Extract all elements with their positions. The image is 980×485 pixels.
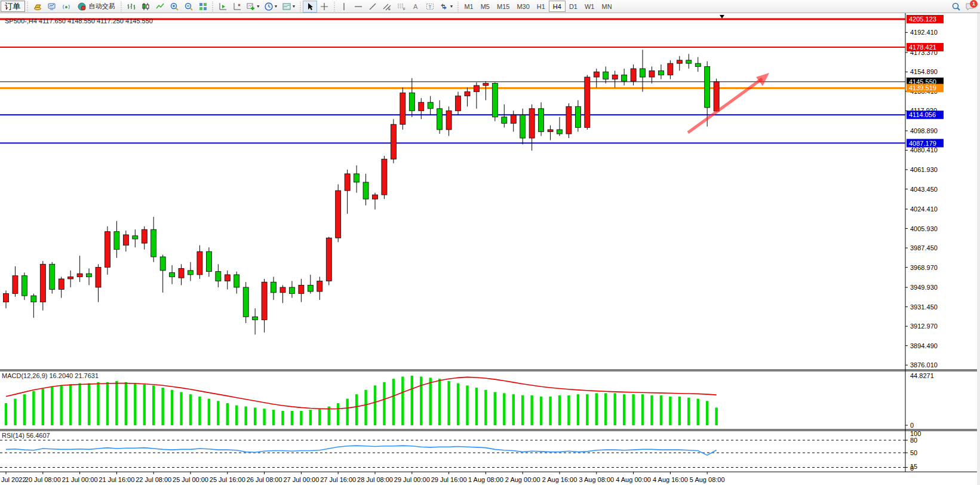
timeframe-h4[interactable]: H4 — [549, 1, 566, 12]
main-toolbar: 订单 自动交易 ▼ ▼ — [0, 0, 980, 13]
timeframe-d1[interactable]: D1 — [566, 1, 581, 12]
svg-text:0: 0 — [910, 465, 914, 472]
svg-text:3876.010: 3876.010 — [910, 361, 938, 369]
channel-icon[interactable]: E — [380, 1, 394, 13]
time-label: 29 Jul 00:00 — [394, 476, 430, 483]
timeframe-m30[interactable]: M30 — [513, 1, 533, 12]
chart-forward-icon[interactable] — [216, 1, 230, 13]
candles-chart-icon[interactable] — [139, 1, 153, 13]
svg-text:T: T — [429, 4, 432, 10]
cursor-icon[interactable] — [303, 1, 317, 13]
trendline-icon[interactable] — [365, 1, 380, 13]
fibonacci-icon[interactable]: F — [394, 1, 408, 13]
hline-icon[interactable] — [351, 1, 365, 13]
chevron-down-icon: ▼ — [449, 4, 453, 8]
crosshair-icon[interactable] — [317, 1, 331, 13]
svg-text:3968.970: 3968.970 — [910, 264, 938, 271]
text-label-icon[interactable]: T — [423, 1, 437, 13]
svg-text:4114.056: 4114.056 — [909, 111, 936, 118]
time-label: 25 Jul 16:00 — [210, 476, 245, 483]
svg-text:4178.421: 4178.421 — [909, 44, 936, 51]
svg-text:A: A — [413, 3, 418, 10]
time-label: 5 Aug 08:00 — [690, 476, 725, 483]
svg-text:4005.930: 4005.930 — [910, 225, 938, 232]
time-axis[interactable]: Jul 202220 Jul 08:0021 Jul 00:0021 Jul 1… — [1, 472, 725, 483]
time-label: Jul 2022 — [1, 476, 26, 483]
time-label: 20 Jul 08:00 — [25, 476, 61, 483]
svg-text:4080.410: 4080.410 — [910, 146, 938, 154]
svg-text:3912.970: 3912.970 — [910, 323, 938, 330]
time-label: 28 Jul 08:00 — [357, 476, 393, 483]
chart-window[interactable]: 4192.4104173.3704154.8904136.4104117.920… — [0, 13, 980, 485]
macd-panel[interactable]: MACD(12,26,9) 16.2040 21.763144.82710 — [2, 372, 934, 429]
chart-canvas[interactable]: 4192.4104173.3704154.8904136.4104117.920… — [0, 13, 980, 485]
market-watch-icon[interactable] — [45, 1, 59, 13]
timeframe-m5[interactable]: M5 — [477, 1, 493, 12]
svg-text:3931.450: 3931.450 — [910, 303, 938, 311]
timeframe-m1[interactable]: M1 — [460, 1, 477, 12]
signal-icon[interactable] — [59, 1, 73, 13]
timeframe-m15[interactable]: M15 — [493, 1, 513, 12]
timeframe-w1[interactable]: W1 — [581, 1, 598, 12]
search-icon[interactable] — [949, 1, 963, 13]
timeframe-mn[interactable]: MN — [598, 1, 615, 12]
gold-ingot-icon[interactable] — [30, 1, 45, 13]
svg-text:F: F — [403, 7, 405, 11]
macd-label: MACD(12,26,9) 16.2040 21.7631 — [2, 372, 99, 379]
new-chart-icon[interactable]: ▼ — [244, 1, 262, 13]
zoom-out-icon[interactable] — [182, 1, 196, 13]
timeframe-h1[interactable]: H1 — [533, 1, 549, 12]
time-label: 2 Aug 16:00 — [542, 476, 577, 483]
rsi-label: RSI(14) 56.4607 — [2, 432, 50, 439]
bar-shift-marker[interactable] — [720, 15, 724, 19]
symbol-title: SP500-,H4 4117.650 4148.550 4117.250 414… — [5, 17, 153, 24]
zoom-in-icon[interactable] — [167, 1, 182, 13]
toolbar-grip — [299, 2, 302, 11]
time-label: 4 Aug 00:00 — [616, 476, 651, 483]
svg-text:0: 0 — [910, 422, 914, 429]
time-label: 21 Jul 16:00 — [99, 476, 134, 483]
svg-text:4154.890: 4154.890 — [910, 68, 938, 75]
line-chart-icon[interactable] — [153, 1, 167, 13]
svg-text:4139.519: 4139.519 — [909, 84, 936, 91]
autotrade-button[interactable]: 自动交易 — [73, 1, 119, 13]
svg-text:50: 50 — [910, 449, 917, 456]
time-label: 25 Jul 00:00 — [173, 476, 208, 483]
time-label: 2 Aug 00:00 — [505, 476, 540, 483]
level-lines[interactable]: 4205.1234178.4214145.5504139.5194114.056… — [0, 15, 944, 148]
text-icon[interactable]: A — [408, 1, 423, 13]
toolbar-grip — [26, 2, 29, 11]
rsi-panel[interactable]: RSI(14) 56.46071008050150 — [0, 430, 921, 472]
svg-text:44.8271: 44.8271 — [910, 372, 934, 379]
svg-text:E: E — [388, 7, 391, 11]
time-label: 4 Aug 16:00 — [653, 476, 688, 483]
toolbar-grip — [456, 2, 459, 11]
chevron-down-icon: ▼ — [292, 4, 296, 8]
chat-badge: 1 — [970, 0, 978, 8]
new-order-button[interactable]: 订单 — [1, 1, 25, 12]
templates-icon[interactable]: ▼ — [280, 1, 298, 13]
arrows-icon[interactable]: ▼ — [437, 1, 455, 13]
time-label: 1 Aug 08:00 — [468, 476, 503, 483]
svg-text:4087.179: 4087.179 — [909, 140, 936, 147]
svg-text:4061.930: 4061.930 — [910, 166, 938, 173]
vline-icon[interactable] — [337, 1, 351, 13]
time-label: 21 Jul 00:00 — [62, 476, 98, 483]
chart-end-icon[interactable] — [230, 1, 244, 13]
time-label: 27 Jul 00:00 — [283, 476, 319, 483]
macd-signal-line — [6, 377, 717, 409]
bars-chart-icon[interactable] — [124, 1, 139, 13]
svg-text:80: 80 — [910, 437, 917, 444]
tile-windows-icon[interactable] — [196, 1, 210, 13]
panel-frames — [0, 13, 980, 485]
toolbar-grip — [211, 2, 214, 11]
svg-text:3949.930: 3949.930 — [910, 284, 938, 291]
autotrade-label: 自动交易 — [89, 2, 115, 11]
svg-text:4205.123: 4205.123 — [909, 16, 936, 23]
chat-icon[interactable]: 1 — [963, 1, 976, 13]
periods-icon[interactable]: ▼ — [262, 1, 280, 13]
toolbar-grip — [333, 2, 336, 11]
time-label: 3 Aug 08:00 — [579, 476, 614, 483]
time-label: 22 Jul 08:00 — [136, 476, 171, 483]
time-label: 26 Jul 08:00 — [247, 476, 282, 483]
